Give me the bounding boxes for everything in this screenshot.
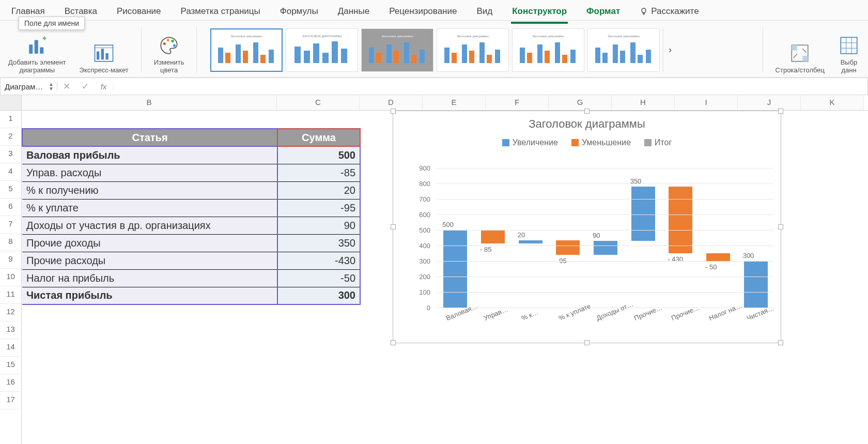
column-header[interactable]: G: [549, 95, 612, 110]
cell-sum[interactable]: -85: [277, 164, 360, 181]
cell-article[interactable]: Чистая прибыль: [22, 287, 277, 304]
chart-style-6[interactable]: Заголовок диаграммы: [587, 28, 660, 72]
chart-plot-area[interactable]: 0100200300400500600700800900 500- 8520- …: [414, 168, 773, 307]
chart-bar[interactable]: [706, 253, 730, 261]
chart-bar[interactable]: [594, 241, 617, 255]
cell-sum[interactable]: -95: [277, 199, 360, 217]
name-box-spinner[interactable]: ▲▼: [49, 82, 54, 91]
fx-label[interactable]: fx: [95, 82, 113, 91]
tab-view[interactable]: Вид: [475, 4, 493, 22]
row-header[interactable]: 4: [0, 163, 21, 181]
row-header[interactable]: 3: [0, 146, 21, 163]
cell-sum[interactable]: -50: [277, 269, 360, 287]
chart-styles-gallery: Заголовок диаграммы ЗАГОЛОВОК ДИАГРАММЫ …: [207, 25, 752, 75]
column-header[interactable]: E: [423, 95, 486, 110]
row-header[interactable]: 16: [0, 374, 21, 392]
cell-sum[interactable]: 300: [277, 287, 360, 304]
chart-style-5[interactable]: Заголовок диаграммы: [512, 28, 584, 72]
tab-tell-me[interactable]: Расскажите: [639, 4, 700, 22]
resize-handle[interactable]: [778, 340, 783, 345]
row-header[interactable]: 8: [0, 234, 21, 251]
row-header[interactable]: 14: [0, 339, 21, 357]
tab-page-layout[interactable]: Разметка страницы: [180, 4, 261, 22]
chart-bar[interactable]: [556, 240, 580, 255]
cell-sum[interactable]: 350: [277, 234, 360, 252]
cell-sum[interactable]: 90: [277, 217, 360, 234]
chart-bar[interactable]: [744, 261, 768, 308]
spreadsheet-grid[interactable]: 1234567891011121314151617 BCDEFGHIJK Ста…: [0, 95, 868, 444]
column-header[interactable]: D: [360, 95, 423, 110]
chart-style-3[interactable]: Заголовок диаграммы: [361, 28, 433, 72]
row-header[interactable]: 9: [0, 251, 21, 269]
column-header[interactable]: B: [22, 95, 277, 110]
column-header[interactable]: C: [277, 95, 360, 110]
cell-article[interactable]: % к уплате: [22, 199, 277, 217]
chart-object[interactable]: Заголовок диаграммы Увеличение Уменьшени…: [393, 111, 781, 343]
resize-handle[interactable]: [778, 109, 783, 114]
y-tick-label: 100: [419, 288, 430, 296]
chart-bar[interactable]: [631, 187, 655, 241]
change-colors-button[interactable]: Изменить цвета: [152, 25, 187, 75]
cell-article[interactable]: Доходы от участия в др. организациях: [22, 217, 277, 234]
resize-handle[interactable]: [584, 109, 590, 114]
row-header[interactable]: 5: [0, 181, 21, 198]
row-header[interactable]: 6: [0, 198, 21, 216]
tab-formulas[interactable]: Формулы: [279, 4, 319, 22]
resize-handle[interactable]: [391, 109, 396, 114]
resize-handle[interactable]: [778, 224, 783, 229]
svg-rect-19: [269, 50, 274, 63]
cell-article[interactable]: Прочие доходы: [22, 234, 277, 252]
resize-handle[interactable]: [391, 224, 396, 229]
tab-draw[interactable]: Рисование: [116, 4, 162, 22]
row-header[interactable]: 12: [0, 304, 21, 321]
row-header[interactable]: 7: [0, 216, 21, 234]
chart-bar[interactable]: [519, 240, 542, 243]
select-data-button[interactable]: Выбр данн: [836, 25, 862, 75]
column-header[interactable]: K: [801, 95, 864, 110]
cell-sum[interactable]: -430: [277, 252, 360, 269]
chart-bar[interactable]: [481, 230, 505, 243]
chart-legend[interactable]: Увеличение Уменьшение Итог: [393, 138, 781, 147]
row-header[interactable]: 13: [0, 321, 21, 339]
row-header[interactable]: 11: [0, 286, 21, 304]
add-chart-element-button[interactable]: Добавить элемент диаграммы: [6, 25, 68, 75]
chart-bar[interactable]: [669, 187, 692, 253]
tab-review[interactable]: Рецензирование: [388, 4, 458, 22]
quick-layout-button[interactable]: Экспресс-макет: [78, 25, 131, 75]
column-header[interactable]: H: [612, 95, 675, 110]
cell-article[interactable]: Прочие расходы: [22, 252, 277, 269]
chart-title[interactable]: Заголовок диаграммы: [393, 111, 781, 131]
cell-sum[interactable]: 500: [277, 146, 360, 164]
resize-handle[interactable]: [391, 340, 396, 345]
cell-article[interactable]: % к получению: [22, 181, 277, 199]
separator: [196, 27, 197, 73]
tab-chart-design[interactable]: Конструктор: [511, 4, 568, 24]
switch-row-column-button[interactable]: Строка/столбец: [773, 25, 827, 75]
row-header[interactable]: 1: [0, 111, 21, 128]
column-header[interactable]: F: [486, 95, 549, 110]
select-all-corner[interactable]: [0, 95, 22, 111]
chart-style-4[interactable]: Заголовок диаграммы: [437, 28, 509, 72]
cell-article[interactable]: Управ. расходы: [22, 164, 277, 181]
cancel-formula-button[interactable]: ✕: [57, 81, 76, 92]
row-header[interactable]: 10: [0, 269, 21, 286]
tab-data[interactable]: Данные: [337, 4, 370, 22]
chart-style-2[interactable]: ЗАГОЛОВОК ДИАГРАММЫ: [286, 28, 358, 72]
cell-sum[interactable]: 20: [277, 181, 360, 199]
column-header[interactable]: J: [738, 95, 801, 110]
row-header[interactable]: 2: [0, 128, 21, 146]
row-header[interactable]: 17: [0, 392, 21, 409]
chart-bar[interactable]: [443, 230, 467, 308]
svg-rect-38: [462, 44, 467, 63]
row-header[interactable]: 15: [0, 357, 21, 374]
accept-formula-button[interactable]: ✓: [76, 81, 95, 92]
cell-article[interactable]: Валовая прибыль: [22, 146, 277, 164]
cell-article[interactable]: Налог на прибыль: [22, 269, 277, 287]
column-header[interactable]: I: [675, 95, 738, 110]
chart-styles-more-button[interactable]: ›: [663, 28, 676, 72]
resize-handle[interactable]: [584, 340, 590, 345]
y-tick-label: 500: [419, 226, 430, 234]
chart-style-1[interactable]: Заголовок диаграммы: [210, 28, 283, 72]
tab-format[interactable]: Формат: [585, 4, 621, 22]
name-box[interactable]: Диаграм… ▲▼: [1, 82, 57, 91]
